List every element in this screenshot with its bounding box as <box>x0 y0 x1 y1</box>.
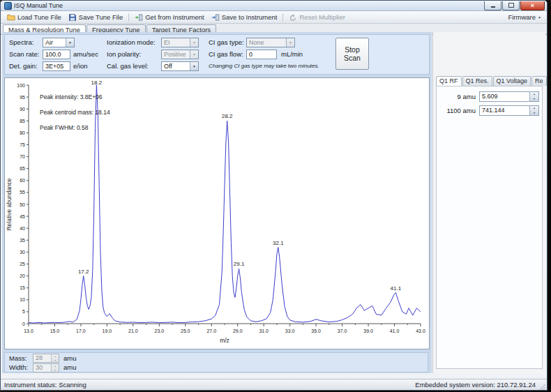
svg-text:13.0: 13.0 <box>24 329 33 333</box>
scan-rate-input[interactable]: 100.0 <box>43 50 70 59</box>
chevron-down-icon: ▼ <box>190 38 198 47</box>
cal-gas-level-value: Off <box>162 62 190 70</box>
tab-q1-res[interactable]: Q1 Res. <box>462 76 492 86</box>
spectrum-trace <box>29 85 421 323</box>
peak-label: 18.2 <box>91 80 103 86</box>
svg-text:65: 65 <box>20 166 25 171</box>
ci-gas-flow-unit: mL/min <box>281 50 303 59</box>
peak-label: 41.1 <box>391 285 402 292</box>
close-button[interactable]: × <box>520 1 545 10</box>
stop-scan-button[interactable]: Stop Scan <box>335 38 369 70</box>
svg-text:60: 60 <box>20 178 25 183</box>
maximize-icon <box>508 3 514 8</box>
spectra-value: Air <box>43 38 66 47</box>
field-value: 741.144 <box>480 106 529 115</box>
toolbar-button-label: Save Tune File <box>79 13 123 21</box>
maximize-button[interactable] <box>502 1 520 10</box>
firmware-menu[interactable]: Firmware ▼ <box>505 13 544 22</box>
mass-unit: amu <box>63 354 76 363</box>
scan-parameters-panel: Spectra: Air ▼ Scan rate: 100.0 amu/sec … <box>4 34 430 75</box>
det-gain-unit: e/ion <box>73 61 88 71</box>
window-title: ISQ Manual Tune <box>14 2 63 9</box>
save-tune-file-button[interactable]: Save Tune File <box>65 13 126 22</box>
chevron-down-icon: ▼ <box>538 15 541 20</box>
svg-text:25: 25 <box>20 262 25 266</box>
spin-down-icon[interactable]: ▾ <box>530 97 538 102</box>
width-value: 30 <box>33 364 51 372</box>
svg-text:95: 95 <box>20 95 25 100</box>
toolbar-separator <box>282 13 283 22</box>
svg-text:70: 70 <box>20 154 25 159</box>
status-bar: Instrument status: Scanning Embedded sys… <box>1 379 547 390</box>
peak-label: 29.1 <box>234 261 245 267</box>
svg-text:23.0: 23.0 <box>155 329 165 333</box>
minimize-button[interactable] <box>484 1 501 10</box>
q1-rf-1100amu-spinner[interactable]: 741.144 ▴▾ <box>479 105 539 116</box>
load-tune-file-button[interactable]: Load Tune File <box>3 13 65 22</box>
mass-label: Mass: <box>9 354 27 363</box>
titlebar[interactable]: ISQ Manual Tune × <box>1 1 547 11</box>
cal-gas-level-label: Cal. gas level: <box>107 61 149 71</box>
q1-panel: Q1 RF Q1 Res. Q1 Voltage Re ◄ ► 9 amu 5.… <box>432 32 545 373</box>
svg-text:41.0: 41.0 <box>390 329 400 333</box>
svg-text:0: 0 <box>22 322 25 326</box>
spectrum-chart[interactable]: 13.015.017.019.021.023.025.027.029.031.0… <box>4 77 430 349</box>
ion-polarity-value: Positive <box>162 50 190 59</box>
field-value: 5.609 <box>480 92 529 101</box>
minimize-icon <box>491 6 495 8</box>
svg-text:55: 55 <box>20 190 25 195</box>
save-to-instrument-button[interactable]: Save to Instrument <box>208 13 281 22</box>
chevron-down-icon: ▼ <box>190 50 198 59</box>
get-from-instrument-button[interactable]: Get from Instrument <box>131 13 207 22</box>
peak-annotation: Peak intensity: 3.8E+06 <box>40 93 103 100</box>
width-unit: amu <box>63 363 76 372</box>
cal-gas-level-select[interactable]: Off ▼ <box>161 61 199 71</box>
tab-q1-voltage[interactable]: Q1 Voltage <box>493 76 531 86</box>
svg-text:45: 45 <box>20 214 25 219</box>
svg-text:15: 15 <box>20 285 25 290</box>
svg-text:80: 80 <box>20 130 25 135</box>
q1-tabstrip: Q1 RF Q1 Res. Q1 Voltage Re ◄ ► <box>436 75 543 86</box>
svg-text:27.0: 27.0 <box>206 329 216 333</box>
ionization-mode-select: EI ▼ <box>161 38 199 47</box>
y-axis-title: Relative abundance <box>6 178 13 230</box>
svg-text:30: 30 <box>20 250 25 255</box>
tab-label: Q1 Voltage <box>497 77 528 84</box>
svg-text:17.0: 17.0 <box>76 329 86 333</box>
spectra-select[interactable]: Air ▼ <box>43 38 75 47</box>
spin-down-icon: ▾ <box>52 368 59 372</box>
svg-text:40: 40 <box>20 226 25 231</box>
svg-text:21.0: 21.0 <box>128 329 138 333</box>
tune-page: Spectra: Air ▼ Scan rate: 100.0 amu/sec … <box>2 32 432 373</box>
peak-annotation: Peak centroid mass: 18.14 <box>40 109 110 116</box>
toolbar-separator <box>128 13 129 22</box>
ionization-mode-label: Ionization mode: <box>107 38 156 47</box>
chevron-down-icon: ▼ <box>286 38 294 47</box>
spin-down-icon[interactable]: ▾ <box>530 111 538 116</box>
det-gain-input[interactable]: 3E+05 <box>43 61 70 71</box>
det-gain-label: Det. gain: <box>9 61 38 71</box>
get-from-instrument-icon <box>135 13 143 22</box>
x-axis-title: m/z <box>220 337 229 344</box>
toolbar-button-label: Reset Multiplier <box>299 13 345 21</box>
q1-rf-page: 9 amu 5.609 ▴▾ 1100 amu 741.144 ▴▾ <box>436 86 543 369</box>
svg-text:33.0: 33.0 <box>285 329 295 333</box>
q1-rf-row-9amu: 9 amu 5.609 ▴▾ <box>437 91 542 102</box>
resize-grip-icon[interactable] <box>538 383 545 390</box>
toolbar-button-label: Save to Instrument <box>222 13 278 21</box>
firmware-label: Firmware <box>508 13 536 21</box>
ci-gas-type-value: None <box>247 38 286 47</box>
q1-rf-9amu-spinner[interactable]: 5.609 ▴▾ <box>479 91 539 102</box>
spectrum-svg: 13.015.017.019.021.023.025.027.029.031.0… <box>5 78 428 347</box>
svg-text:100: 100 <box>17 83 25 88</box>
svg-text:5: 5 <box>22 309 25 314</box>
reset-multiplier-icon <box>289 13 297 22</box>
svg-text:25.0: 25.0 <box>181 329 190 333</box>
tab-q1-rf[interactable]: Q1 RF <box>436 76 462 86</box>
tab-q1-re[interactable]: Re <box>531 76 547 86</box>
mass-spinner: 28 ▴▾ <box>33 354 59 363</box>
ci-gas-flow-label: CI gas flow: <box>209 50 243 59</box>
ci-gas-flow-input[interactable]: 0 <box>246 50 277 59</box>
svg-text:10: 10 <box>20 297 25 302</box>
chevron-down-icon: ▼ <box>190 62 198 70</box>
